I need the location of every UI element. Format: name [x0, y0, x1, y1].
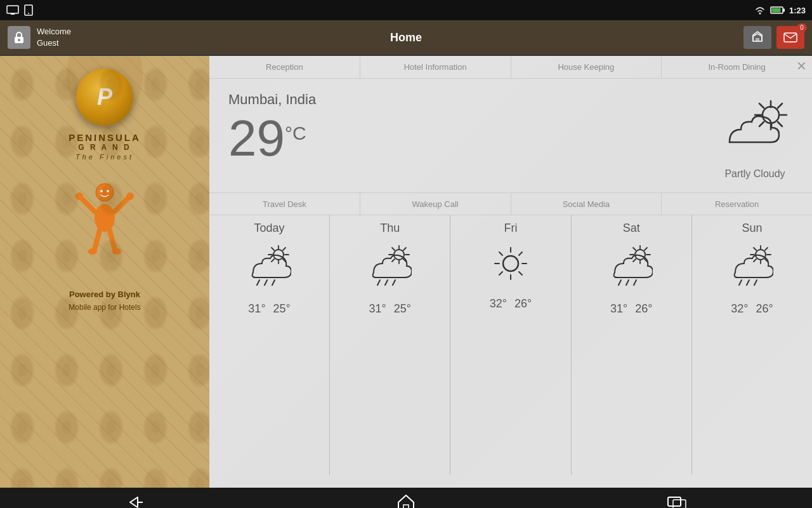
svg-line-43 — [265, 280, 267, 285]
current-weather-icon — [717, 98, 793, 163]
forecast-day-icon — [492, 244, 530, 288]
svg-line-83 — [754, 248, 756, 250]
svg-line-63 — [519, 252, 522, 255]
mail-badge: 0 — [797, 23, 807, 32]
status-bar-left — [6, 4, 33, 16]
svg-line-87 — [739, 280, 742, 285]
tab-reception[interactable]: Reception — [209, 56, 360, 78]
temperature-display: 29°C — [228, 113, 316, 164]
powered-by: Powered by Blynk — [69, 290, 140, 299]
forecast-day-temps: 31°25° — [248, 302, 290, 316]
lock-icon — [13, 31, 25, 44]
forecast-day-name: Sun — [742, 222, 762, 235]
forecast-day-icon — [369, 244, 412, 293]
lock-button[interactable] — [8, 26, 30, 49]
home-icon — [396, 493, 416, 508]
temp-low: 25° — [273, 302, 291, 315]
temp-high: 31° — [369, 302, 386, 315]
forecast-day-name: Sat — [623, 222, 640, 235]
svg-line-44 — [272, 280, 275, 285]
forecast-day-0: Today 31°25° — [209, 215, 330, 475]
svg-rect-11 — [784, 33, 797, 42]
svg-point-18 — [75, 192, 83, 200]
hotel-name: PENINSULA — [69, 132, 141, 143]
svg-line-76 — [626, 280, 629, 285]
svg-line-30 — [778, 122, 782, 126]
header-left: Welcome Guest — [8, 26, 71, 49]
tablet-icon — [24, 4, 33, 16]
forecast-day-2: Fri 32°26° — [450, 215, 571, 475]
hotel-logo: P — [76, 69, 133, 126]
header-right: 0 — [743, 26, 804, 49]
temp-high: 32° — [490, 297, 507, 310]
tab-social-media[interactable]: Social Media — [511, 193, 662, 215]
tab-hotel-info[interactable]: Hotel Information — [360, 56, 511, 78]
svg-line-85 — [754, 259, 756, 262]
svg-line-29 — [759, 104, 764, 108]
svg-line-75 — [619, 280, 621, 285]
svg-point-3 — [28, 13, 29, 14]
svg-line-71 — [633, 248, 636, 250]
svg-line-37 — [283, 248, 285, 250]
tab-inroom-dining[interactable]: In-Room Dining — [662, 56, 812, 78]
temp-low: 26° — [514, 297, 532, 310]
forecast-day-3: Sat 31°26° — [572, 215, 692, 475]
status-bar: 1:23 — [0, 0, 812, 20]
svg-line-62 — [519, 272, 522, 275]
forecast-day-1: Thu 31°25° — [330, 215, 450, 475]
forecast-day-name: Today — [254, 222, 285, 235]
close-button[interactable]: ✕ — [796, 58, 807, 74]
notification-btn[interactable] — [743, 26, 771, 49]
svg-rect-91 — [668, 497, 681, 506]
tab-wakeup-call[interactable]: Wakeup Call — [360, 193, 511, 215]
svg-point-20 — [88, 248, 97, 255]
svg-line-77 — [634, 280, 636, 285]
tab-reservation[interactable]: Reservation — [662, 193, 812, 215]
forecast-day-temps: 31°25° — [369, 302, 411, 316]
weather-content: Reception Hotel Information House Keepin… — [209, 56, 812, 488]
svg-point-23 — [107, 190, 109, 192]
temp-high: 32° — [731, 302, 748, 315]
forecast-row: Today 31°25°Thu — [209, 215, 812, 475]
temp-high: 31° — [610, 302, 627, 315]
svg-line-56 — [393, 280, 395, 285]
mascot-svg — [73, 180, 136, 262]
svg-line-50 — [392, 248, 395, 250]
forecast-day-icon — [248, 244, 291, 293]
notification-icon — [750, 31, 764, 44]
svg-line-14 — [81, 197, 95, 211]
tab-housekeeping[interactable]: House Keeping — [511, 56, 662, 78]
forecast-day-temps: 32°26° — [490, 297, 532, 311]
current-weather-left: Mumbai, India 29°C — [228, 91, 316, 164]
svg-point-65 — [503, 256, 518, 271]
svg-line-16 — [95, 231, 100, 250]
svg-point-21 — [112, 248, 121, 255]
tab-travel-desk[interactable]: Travel Desk — [209, 193, 360, 215]
temp-high: 31° — [248, 302, 265, 315]
forecast-day-icon — [610, 244, 653, 293]
svg-line-42 — [257, 280, 259, 285]
status-bar-right: 1:23 — [754, 5, 806, 15]
svg-line-28 — [778, 104, 782, 108]
svg-line-73 — [633, 259, 636, 262]
svg-line-61 — [499, 252, 502, 255]
back-button[interactable] — [125, 495, 145, 508]
home-button[interactable] — [396, 493, 416, 508]
svg-point-22 — [100, 190, 103, 192]
svg-line-54 — [377, 280, 380, 285]
forecast-day-temps: 31°26° — [610, 302, 652, 316]
city-name: Mumbai, India — [228, 91, 316, 108]
back-icon — [125, 495, 145, 508]
svg-line-31 — [759, 122, 764, 126]
condition-text: Partly Cloudy — [717, 168, 793, 180]
screen-icon — [6, 5, 19, 15]
current-weather: Mumbai, India 29°C — [209, 79, 812, 192]
recents-button[interactable] — [667, 495, 687, 508]
svg-line-55 — [385, 280, 388, 285]
battery-icon — [770, 6, 785, 15]
svg-line-82 — [765, 248, 768, 250]
svg-point-12 — [96, 184, 114, 201]
weather-panel: Reception Hotel Information House Keepin… — [209, 56, 812, 488]
mail-btn[interactable]: 0 — [776, 26, 804, 49]
forecast-day-temps: 32°26° — [731, 302, 773, 316]
